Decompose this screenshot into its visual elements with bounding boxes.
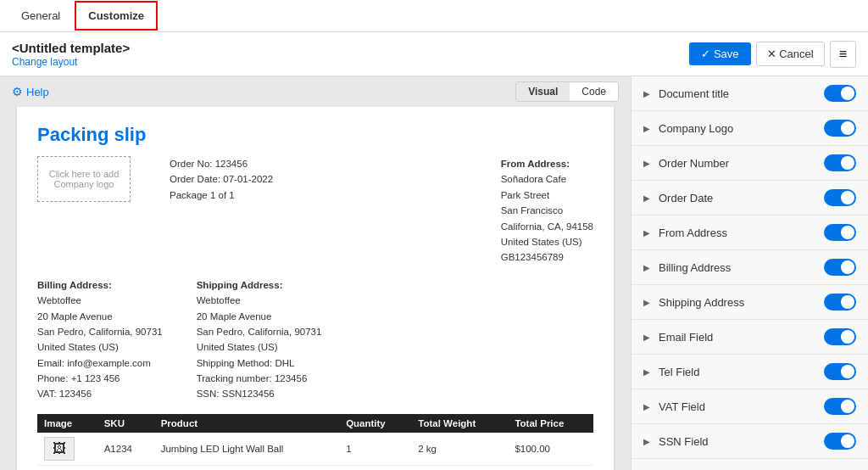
from-line-6: GB123456789 [501,249,593,265]
chevron-right-icon: ▶ [643,402,652,411]
tab-general[interactable]: General [8,2,73,30]
view-toggle: Visual Code [515,81,619,102]
cell-quantity: 1 [339,433,411,466]
option-label-order-date: Order Date [659,192,817,204]
chevron-right-icon: ▶ [643,367,652,377]
order-info: Order No: 123456 Order Date: 07-01-2022 … [170,156,273,203]
toggle-ssn-field[interactable] [824,433,856,450]
from-address-block: From Address: Soñadora Cafe Park Street … [501,156,593,266]
toggle-from-address[interactable] [824,224,856,241]
chevron-right-icon: ▶ [643,193,652,203]
cell-weight: 2 kg [411,433,508,466]
toggle-billing-address[interactable] [824,259,856,276]
toggle-email-field[interactable] [824,328,856,345]
menu-button[interactable]: ≡ [830,41,856,68]
template-title: <Untitled template> [12,41,130,55]
package: Package 1 of 1 [170,187,273,203]
chevron-right-icon: ▶ [643,89,652,98]
option-label-from-address: From Address [659,227,817,239]
cancel-button[interactable]: ✕ Cancel [756,42,825,66]
tab-customize[interactable]: Customize [75,1,158,31]
doc-preview: Packing slip Click here to add Company l… [17,107,614,470]
chevron-right-icon: ▶ [643,159,652,168]
shipping-block: Shipping Address: Webtoffee 20 Maple Ave… [197,277,322,402]
top-nav: General Customize [0,0,868,32]
option-row-document-title[interactable]: ▶Document title [632,76,868,111]
order-date: Order Date: 07-01-2022 [170,171,273,187]
option-label-email-field: Email Field [659,331,817,344]
change-layout-link[interactable]: Change layout [12,56,77,68]
save-button[interactable]: ✓ Save [689,42,750,65]
from-line-5: United States (US) [501,234,593,249]
col-weight: Total Weight [411,414,508,433]
option-row-tel-field[interactable]: ▶Tel Field [632,355,868,389]
col-quantity: Quantity [339,414,411,433]
help-label: Help [26,86,49,98]
table-row: 🖼 A1234 Jumbing LED Light Wall Ball 1 2 … [37,433,593,466]
chevron-right-icon: ▶ [643,298,652,307]
content-area: ⚙ Help Visual Code Packing slip Click he… [0,76,868,470]
option-row-shipping-address[interactable]: ▶Shipping Address [632,285,868,320]
option-row-email-field[interactable]: ▶Email Field [632,320,868,355]
chevron-right-icon: ▶ [643,124,652,133]
from-line-4: California, CA, 94158 [501,219,593,234]
billing-block: Billing Address: Webtoffee 20 Maple Aven… [37,277,163,402]
option-label-company-logo: Company Logo [659,122,817,135]
option-label-shipping-address: Shipping Address [659,296,817,309]
option-label-tel-field: Tel Field [659,366,817,378]
product-image: 🖼 [44,437,75,461]
option-row-vat-field[interactable]: ▶VAT Field [632,389,868,424]
toggle-order-date[interactable] [824,189,856,206]
doc-top-row: Click here to add Company logo Order No:… [37,156,593,266]
cell-price: $100.00 [508,433,593,466]
option-label-billing-address: Billing Address [659,261,817,274]
cell-product: Jumbing LED Light Wall Ball [154,433,339,466]
option-label-ssn-field: SSN Field [659,435,817,448]
chevron-right-icon: ▶ [643,437,652,446]
right-panel: ▶Document title▶Company Logo▶Order Numbe… [631,76,868,470]
doc-middle-row: Billing Address: Webtoffee 20 Maple Aven… [37,277,593,402]
header-bar: <Untitled template> Change layout ✓ Save… [0,32,868,76]
option-row-order-date[interactable]: ▶Order Date [632,181,868,215]
visual-btn[interactable]: Visual [516,82,570,101]
help-link[interactable]: ⚙ Help [12,85,49,98]
col-product: Product [154,414,339,433]
logo-placeholder[interactable]: Click here to add Company logo [37,156,131,202]
option-label-order-number: Order Number [659,157,817,170]
cell-sku: A1234 [97,433,154,466]
main-panel: ⚙ Help Visual Code Packing slip Click he… [0,76,631,470]
toolbar-row: ⚙ Help Visual Code [0,76,631,107]
chevron-right-icon: ▶ [643,228,652,238]
doc-preview-wrap: Packing slip Click here to add Company l… [0,107,631,470]
product-table: Image SKU Product Quantity Total Weight … [37,414,593,466]
cell-image: 🖼 [37,433,97,466]
chevron-right-icon: ▶ [643,333,652,342]
header-left: <Untitled template> Change layout [12,41,130,68]
billing-label: Billing Address: [37,277,163,293]
option-row-ssn-field[interactable]: ▶SSN Field [632,424,868,459]
chevron-right-icon: ▶ [643,263,652,272]
toggle-document-title[interactable] [824,85,856,102]
option-row-company-logo[interactable]: ▶Company Logo [632,111,868,146]
option-row-from-address[interactable]: ▶From Address [632,215,868,250]
order-no: Order No: 123456 [170,156,273,171]
option-label-vat-field: VAT Field [659,400,817,413]
code-btn[interactable]: Code [570,82,618,101]
header-right: ✓ Save ✕ Cancel ≡ [689,41,856,68]
toggle-vat-field[interactable] [824,398,856,415]
option-row-order-number[interactable]: ▶Order Number [632,146,868,181]
from-line-3: San Francisco [501,203,593,218]
shipping-label: Shipping Address: [197,277,322,293]
option-label-document-title: Document title [659,87,817,100]
option-row-billing-address[interactable]: ▶Billing Address [632,250,868,285]
help-icon: ⚙ [12,85,23,98]
toggle-order-number[interactable] [824,154,856,171]
from-address-label: From Address: [501,156,593,171]
col-image: Image [37,414,97,433]
toggle-tel-field[interactable] [824,363,856,380]
from-line-2: Park Street [501,187,593,203]
toggle-company-logo[interactable] [824,120,856,137]
toggle-shipping-address[interactable] [824,294,856,311]
packing-title: Packing slip [37,124,593,146]
col-sku: SKU [97,414,154,433]
